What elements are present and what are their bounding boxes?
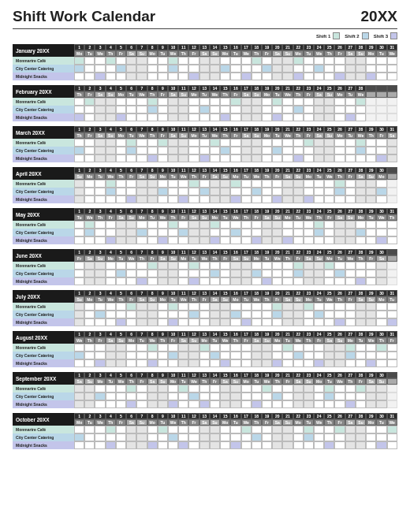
shift-cell[interactable] — [188, 106, 199, 113]
shift-cell[interactable] — [95, 262, 105, 270]
shift-cell[interactable] — [147, 433, 158, 441]
shift-cell[interactable] — [168, 344, 178, 352]
shift-cell[interactable] — [126, 147, 136, 154]
shift-cell[interactable] — [293, 352, 304, 359]
shift-cell[interactable] — [252, 359, 262, 367]
shift-cell[interactable] — [126, 180, 136, 188]
shift-cell[interactable] — [356, 352, 366, 359]
shift-cell[interactable] — [147, 113, 158, 121]
shift-cell[interactable] — [84, 426, 95, 433]
shift-cell[interactable] — [158, 277, 168, 285]
shift-cell[interactable] — [74, 385, 84, 392]
shift-cell[interactable] — [126, 65, 136, 73]
shift-cell[interactable] — [262, 180, 272, 188]
shift-cell[interactable] — [188, 262, 199, 270]
shift-cell[interactable] — [293, 180, 304, 188]
shift-cell[interactable] — [304, 392, 314, 400]
shift-cell[interactable] — [334, 229, 345, 236]
shift-cell[interactable] — [136, 433, 147, 441]
shift-cell[interactable] — [74, 98, 84, 106]
shift-cell[interactable] — [178, 180, 188, 188]
shift-cell[interactable] — [116, 400, 126, 408]
shift-cell[interactable] — [220, 352, 230, 359]
shift-cell[interactable] — [95, 73, 105, 80]
shift-cell[interactable] — [230, 180, 240, 188]
shift-cell[interactable] — [95, 188, 105, 195]
shift-cell[interactable] — [262, 311, 272, 318]
shift-cell[interactable] — [188, 98, 199, 106]
shift-cell[interactable] — [282, 195, 293, 203]
shift-cell[interactable] — [252, 392, 262, 400]
shift-cell[interactable] — [345, 385, 356, 392]
shift-cell[interactable] — [84, 433, 95, 441]
shift-cell[interactable] — [147, 400, 158, 408]
shift-cell[interactable] — [74, 221, 84, 229]
shift-cell[interactable] — [178, 154, 188, 162]
shift-cell[interactable] — [168, 154, 178, 162]
shift-cell[interactable] — [241, 400, 252, 408]
shift-cell[interactable] — [199, 262, 210, 270]
shift-cell[interactable] — [293, 433, 304, 441]
shift-cell[interactable] — [126, 311, 136, 318]
shift-cell[interactable] — [282, 400, 293, 408]
shift-cell[interactable] — [366, 195, 376, 203]
shift-cell[interactable] — [345, 352, 356, 359]
shift-cell[interactable] — [282, 270, 293, 277]
shift-cell[interactable] — [241, 344, 252, 352]
shift-cell[interactable] — [136, 57, 147, 65]
shift-cell[interactable] — [293, 441, 304, 449]
shift-cell[interactable] — [230, 57, 240, 65]
shift-cell[interactable] — [178, 311, 188, 318]
shift-cell[interactable] — [376, 352, 386, 359]
shift-cell[interactable] — [95, 229, 105, 236]
shift-cell[interactable] — [158, 221, 168, 229]
shift-cell[interactable] — [293, 303, 304, 311]
shift-cell[interactable] — [199, 277, 210, 285]
shift-cell[interactable] — [314, 441, 324, 449]
shift-cell[interactable] — [210, 262, 220, 270]
shift-cell[interactable] — [324, 113, 334, 121]
shift-cell[interactable] — [334, 359, 345, 367]
shift-cell[interactable] — [220, 318, 230, 326]
shift-cell[interactable] — [84, 73, 95, 80]
shift-cell[interactable] — [272, 57, 282, 65]
shift-cell[interactable] — [345, 441, 356, 449]
shift-cell[interactable] — [272, 433, 282, 441]
shift-cell[interactable] — [387, 352, 397, 359]
shift-cell[interactable] — [106, 441, 116, 449]
shift-cell[interactable] — [188, 344, 199, 352]
shift-cell[interactable] — [136, 98, 147, 106]
shift-cell[interactable] — [168, 113, 178, 121]
shift-cell[interactable] — [126, 195, 136, 203]
shift-cell[interactable] — [74, 188, 84, 195]
shift-cell[interactable] — [74, 262, 84, 270]
shift-cell[interactable] — [356, 154, 366, 162]
shift-cell[interactable] — [74, 441, 84, 449]
shift-cell[interactable] — [199, 229, 210, 236]
shift-cell[interactable] — [366, 65, 376, 73]
shift-cell[interactable] — [210, 139, 220, 147]
shift-cell[interactable] — [95, 57, 105, 65]
shift-cell[interactable] — [230, 147, 240, 154]
shift-cell[interactable] — [168, 441, 178, 449]
shift-cell[interactable] — [262, 277, 272, 285]
shift-cell[interactable] — [136, 426, 147, 433]
shift-cell[interactable] — [334, 154, 345, 162]
shift-cell[interactable] — [220, 392, 230, 400]
shift-cell[interactable] — [272, 426, 282, 433]
shift-cell[interactable] — [158, 113, 168, 121]
shift-cell[interactable] — [387, 195, 397, 203]
shift-cell[interactable] — [241, 426, 252, 433]
shift-cell[interactable] — [158, 262, 168, 270]
shift-cell[interactable] — [314, 236, 324, 244]
shift-cell[interactable] — [345, 73, 356, 80]
shift-cell[interactable] — [356, 113, 366, 121]
shift-cell[interactable] — [334, 236, 345, 244]
shift-cell[interactable] — [272, 139, 282, 147]
shift-cell[interactable] — [95, 344, 105, 352]
shift-cell[interactable] — [366, 344, 376, 352]
shift-cell[interactable] — [188, 73, 199, 80]
shift-cell[interactable] — [84, 359, 95, 367]
shift-cell[interactable] — [334, 385, 345, 392]
shift-cell[interactable] — [345, 400, 356, 408]
